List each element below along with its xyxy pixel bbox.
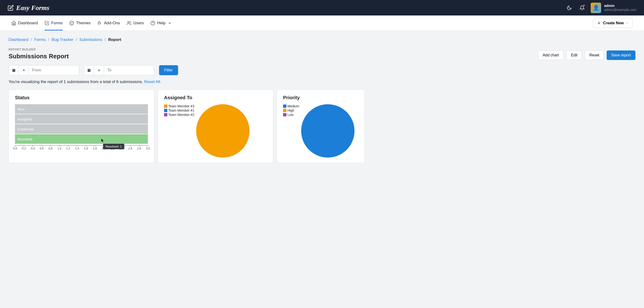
- nav-addons[interactable]: Add-Ons: [97, 16, 120, 30]
- svg-point-0: [70, 21, 74, 25]
- calendar-button[interactable]: [9, 66, 19, 75]
- legend-swatch: [164, 109, 167, 112]
- legend-item[interactable]: Team Member #3: [164, 104, 194, 108]
- legend-item[interactable]: Team Member #2: [164, 113, 194, 117]
- edit-button[interactable]: Edit: [566, 50, 582, 60]
- x-tick-label: 0.8: [48, 147, 52, 150]
- edit-icon: [8, 5, 14, 11]
- bar-label: Confirmed: [18, 127, 34, 131]
- svg-point-4: [128, 21, 129, 23]
- summary-text: You're visualizing the report of 1 submi…: [8, 80, 144, 84]
- brand-logo[interactable]: Easy Forms: [8, 4, 49, 12]
- clear-to-button[interactable]: [94, 66, 104, 75]
- user-info: admin admin@example.com: [604, 4, 636, 12]
- save-report-button[interactable]: Save report: [606, 50, 636, 60]
- legend-label: Medium: [287, 104, 299, 108]
- close-icon: [22, 68, 26, 72]
- users-icon: [127, 21, 132, 26]
- legend-item[interactable]: Team Member #1: [164, 108, 194, 112]
- x-tick-label: 2.2: [110, 147, 114, 150]
- calendar-button[interactable]: [84, 66, 94, 75]
- nav-label: Users: [133, 21, 144, 26]
- bar-label: Resolved: [18, 137, 32, 141]
- reset-all-link[interactable]: Reset All.: [144, 80, 162, 84]
- pie-wrap: Team Member #3Team Member #1Team Member …: [164, 104, 267, 158]
- date-from-group: [8, 65, 79, 75]
- chevron-down-icon: [167, 21, 172, 26]
- check-square-icon: [44, 21, 49, 26]
- page-actions: Add chart Edit Reset Save report: [538, 50, 636, 60]
- dark-mode-toggle[interactable]: [565, 4, 574, 12]
- legend-swatch: [164, 113, 167, 116]
- svg-rect-13: [88, 69, 90, 72]
- legend-item[interactable]: Medium: [283, 104, 299, 108]
- breadcrumb-link[interactable]: Forms: [34, 37, 46, 42]
- user-menu[interactable]: 👤 admin admin@example.com: [591, 2, 636, 13]
- bar-label: Assigned: [18, 117, 32, 121]
- summary-line: You're visualizing the report of 1 submi…: [8, 80, 636, 84]
- legend-label: Team Member #2: [168, 113, 194, 117]
- date-to-input[interactable]: [104, 66, 154, 75]
- legend-swatch: [283, 109, 286, 112]
- breadcrumb-link[interactable]: Dashboard: [8, 37, 28, 42]
- date-to-group: [84, 65, 154, 75]
- add-chart-button[interactable]: Add chart: [538, 50, 563, 60]
- legend-item[interactable]: Low: [283, 113, 299, 117]
- legend-label: High: [287, 108, 294, 112]
- filter-row: Filter: [8, 65, 636, 75]
- x-tick-label: 1.8: [93, 147, 97, 150]
- x-tick-label: 2.4: [120, 147, 124, 150]
- x-tick-label: 0.4: [31, 147, 35, 150]
- reset-button[interactable]: Reset: [585, 50, 604, 60]
- x-tick-label: 2.6: [128, 147, 132, 150]
- bar-row[interactable]: New: [15, 104, 148, 114]
- pie-chart: [196, 104, 250, 158]
- notifications-button[interactable]: [578, 4, 586, 12]
- date-from-input[interactable]: [29, 66, 79, 75]
- x-tick-label: 2.8: [137, 147, 141, 150]
- legend: Team Member #3Team Member #1Team Member …: [164, 104, 194, 158]
- clear-from-button[interactable]: [19, 66, 29, 75]
- nav-bar: Dashboard Forms Themes Add-Ons Users Hel…: [0, 16, 644, 31]
- page-head: REPORT BUILDER Submissions Report Add ch…: [8, 48, 636, 60]
- nav-forms[interactable]: Forms: [44, 16, 62, 30]
- brand-text: Easy Forms: [16, 4, 49, 12]
- bar-row[interactable]: Assigned: [15, 114, 148, 124]
- bar-row[interactable]: Confirmed: [15, 124, 148, 134]
- nav-label: Forms: [51, 21, 62, 26]
- chevron-down-icon: [626, 22, 628, 24]
- x-tick-label: 0.2: [22, 147, 26, 150]
- user-name: admin: [604, 4, 636, 8]
- nav-dashboard[interactable]: Dashboard: [12, 16, 38, 30]
- create-new-button[interactable]: Create New: [593, 18, 632, 28]
- breadcrumb-link[interactable]: Submissions: [79, 37, 102, 42]
- nav-users[interactable]: Users: [127, 16, 144, 30]
- x-tick-label: 1.2: [66, 147, 70, 150]
- legend: MediumHighLow: [283, 104, 299, 158]
- svg-point-1: [71, 22, 71, 23]
- x-tick-label: 1.4: [75, 147, 79, 150]
- close-icon: [97, 68, 101, 72]
- breadcrumb-link[interactable]: Bug Tracker: [52, 37, 74, 42]
- x-tick-label: 1.6: [84, 147, 88, 150]
- breadcrumb-current: Report: [108, 37, 121, 42]
- nav-label: Add-Ons: [104, 21, 120, 26]
- nav-label: Themes: [76, 21, 90, 26]
- filter-button[interactable]: Filter: [159, 65, 178, 75]
- cards-row: Status NewAssignedConfirmedResolved 0.00…: [8, 90, 636, 163]
- page-title: Submissions Report: [8, 52, 69, 60]
- legend-item[interactable]: High: [283, 108, 299, 112]
- create-label: Create New: [603, 21, 624, 25]
- puzzle-icon: [97, 21, 102, 26]
- calendar-icon: [12, 68, 16, 72]
- x-tick-label: 0.0: [13, 147, 17, 150]
- legend-label: Team Member #1: [168, 108, 194, 112]
- bar-area: NewAssignedConfirmedResolved: [15, 104, 148, 144]
- plus-icon: [597, 21, 601, 25]
- bar-row[interactable]: Resolved: [15, 134, 148, 144]
- status-card: Status NewAssignedConfirmedResolved 0.00…: [8, 90, 154, 163]
- nav-themes[interactable]: Themes: [69, 16, 90, 30]
- card-title: Priority: [283, 95, 358, 100]
- nav-help[interactable]: Help: [150, 16, 172, 30]
- pie-chart: [301, 104, 354, 158]
